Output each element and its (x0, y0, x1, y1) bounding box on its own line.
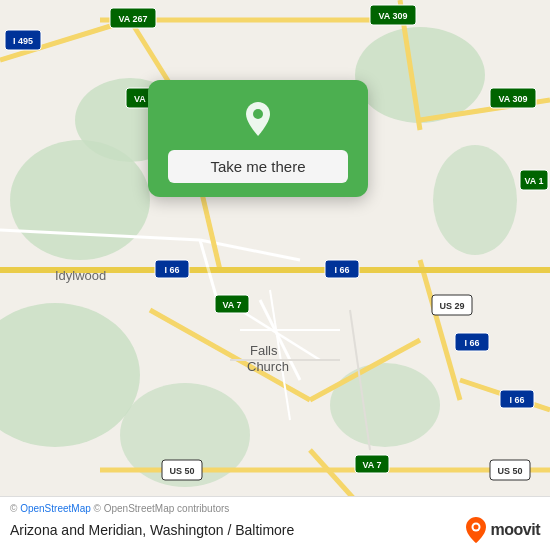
svg-text:VA 1: VA 1 (524, 176, 543, 186)
svg-text:VA 309: VA 309 (378, 11, 407, 21)
contributors-text: © OpenStreetMap contributors (94, 503, 230, 514)
bottom-bar: © OpenStreetMap © OpenStreetMap contribu… (0, 496, 550, 550)
openstreetmap-link[interactable]: OpenStreetMap (20, 503, 91, 514)
svg-text:I 66: I 66 (509, 395, 524, 405)
popup-card: Take me there (148, 80, 368, 197)
moovit-logo: moovit (465, 516, 540, 544)
svg-text:I 66: I 66 (334, 265, 349, 275)
svg-text:VA 309: VA 309 (498, 94, 527, 104)
moovit-label: moovit (491, 521, 540, 539)
location-pin-icon (237, 98, 279, 140)
svg-text:VA 7: VA 7 (362, 460, 381, 470)
svg-text:I 495: I 495 (13, 36, 33, 46)
svg-text:US 50: US 50 (497, 466, 522, 476)
svg-text:VA 7: VA 7 (222, 300, 241, 310)
moovit-pin-icon (465, 516, 487, 544)
svg-point-14 (330, 363, 440, 447)
svg-point-11 (433, 145, 517, 255)
map-attribution: © OpenStreetMap © OpenStreetMap contribu… (10, 503, 540, 514)
svg-point-73 (253, 109, 263, 119)
svg-text:I 66: I 66 (164, 265, 179, 275)
svg-text:Church: Church (247, 359, 289, 374)
map-container: I 495 VA 267 VA 309 VA 26 VA 309 VA 1 I … (0, 0, 550, 550)
svg-text:VA 267: VA 267 (118, 14, 147, 24)
svg-text:US 50: US 50 (169, 466, 194, 476)
svg-point-75 (473, 525, 478, 530)
svg-text:Falls: Falls (250, 343, 278, 358)
svg-text:I 66: I 66 (464, 338, 479, 348)
svg-text:Idylwood: Idylwood (55, 268, 106, 283)
copyright-symbol: © (10, 503, 20, 514)
svg-point-10 (355, 27, 485, 123)
location-name: Arizona and Meridian, Washington / Balti… (10, 522, 294, 538)
bottom-location-row: Arizona and Meridian, Washington / Balti… (10, 516, 540, 544)
take-me-there-button[interactable]: Take me there (168, 150, 348, 183)
svg-text:US 29: US 29 (439, 301, 464, 311)
